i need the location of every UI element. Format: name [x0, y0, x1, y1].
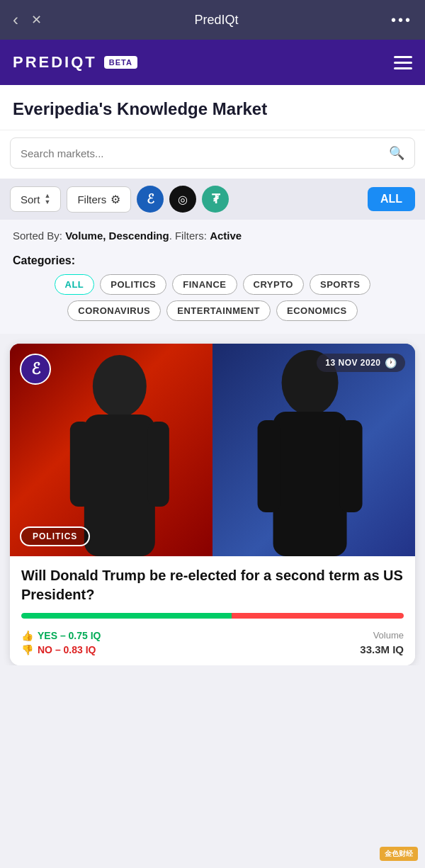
progress-bar-container [21, 613, 404, 619]
filter-icon-black[interactable]: ◎ [169, 186, 196, 213]
svg-rect-6 [257, 420, 280, 512]
card-date-badge: 13 NOV 2020 🕐 [317, 354, 405, 372]
back-button[interactable]: ‹ [13, 10, 18, 30]
volume-value: 33.3M IQ [360, 643, 404, 655]
sorted-by-prefix: Sorted By: [13, 230, 65, 242]
logo-container: PREDIQT BETA [13, 53, 137, 72]
category-coronavirus[interactable]: CORONAVIRUS [67, 300, 161, 321]
category-finance[interactable]: FINANCE [172, 274, 237, 295]
thumbs-up-icon: 👍 [21, 630, 33, 641]
teal-token-icon: ₮ [212, 191, 220, 207]
no-stat: 👎 NO – 0.83 IQ [21, 644, 101, 655]
sorted-by-section: Sorted By: Volume, Descending. Filters: … [0, 220, 425, 247]
browser-nav: ‹ ✕ [13, 10, 42, 30]
card-stats: 👍 YES – 0.75 IQ 👎 NO – 0.83 IQ Volume 33… [21, 630, 404, 665]
app-header: PREDIQT BETA [0, 40, 425, 85]
filters-label: Filters [77, 193, 106, 205]
card-date: 13 NOV 2020 [325, 358, 380, 368]
card-image: ℰ 13 NOV 2020 🕐 POLITICS [10, 344, 415, 556]
category-sports[interactable]: SPORTS [310, 274, 370, 295]
sort-button[interactable]: Sort ▲▼ [10, 186, 61, 212]
yes-value: YES – 0.75 IQ [38, 630, 101, 641]
card-section: ℰ 13 NOV 2020 🕐 POLITICS Will Donald Tru… [0, 334, 425, 665]
market-card[interactable]: ℰ 13 NOV 2020 🕐 POLITICS Will Donald Tru… [10, 344, 415, 665]
svg-rect-7 [339, 420, 362, 512]
hamburger-menu[interactable] [394, 56, 412, 69]
browser-bar: ‹ ✕ PredIQt ••• [0, 0, 425, 40]
blue-token-icon: ℰ [147, 191, 154, 207]
filter-bar: Sort ▲▼ Filters ⚙ ℰ ◎ ₮ ALL [0, 179, 425, 220]
progress-bar-fill [21, 613, 404, 619]
category-entertainment[interactable]: ENTERTAINMENT [166, 300, 271, 321]
volume-label: Volume [360, 630, 404, 641]
categories-section: Categories: ALL POLITICS FINANCE CRYPTO … [0, 247, 425, 334]
svg-rect-2 [69, 422, 91, 507]
filter-icon-blue[interactable]: ℰ [137, 186, 164, 213]
clock-icon: 🕐 [385, 357, 397, 368]
category-crypto[interactable]: CRYPTO [243, 274, 304, 295]
silhouette-trump [217, 344, 403, 556]
yes-stat: 👍 YES – 0.75 IQ [21, 630, 101, 641]
filters-prefix: . Filters: [169, 230, 210, 242]
sort-arrows-icon: ▲▼ [45, 193, 51, 205]
stats-left: 👍 YES – 0.75 IQ 👎 NO – 0.83 IQ [21, 630, 101, 655]
silhouette-biden [30, 344, 209, 556]
category-politics[interactable]: POLITICS [100, 274, 166, 295]
svg-rect-3 [147, 422, 169, 507]
browser-menu[interactable]: ••• [391, 12, 412, 28]
filters-value: Active [210, 230, 242, 242]
filters-icon: ⚙ [110, 193, 120, 206]
category-all[interactable]: ALL [55, 274, 95, 295]
card-question: Will Donald Trump be re-elected for a se… [21, 566, 404, 604]
sort-label: Sort [21, 193, 40, 205]
search-input[interactable] [21, 147, 389, 159]
page-title-section: Everipedia's Knowledge Market [0, 85, 425, 130]
sorted-by-value: Volume, Descending [65, 230, 169, 242]
svg-point-0 [92, 355, 146, 417]
beta-badge: BETA [104, 56, 137, 69]
search-box: 🔍 [10, 137, 415, 169]
no-value: NO – 0.83 IQ [38, 644, 96, 655]
category-economics[interactable]: ECONOMICS [276, 300, 358, 321]
page-title: Everipedia's Knowledge Market [13, 98, 412, 120]
search-section: 🔍 [0, 130, 425, 179]
categories-row: ALL POLITICS FINANCE CRYPTO SPORTS CORON… [13, 274, 412, 321]
card-category-badge: POLITICS [20, 526, 90, 546]
browser-title: PredIQt [194, 13, 238, 28]
svg-rect-5 [273, 412, 346, 556]
thumbs-down-icon: 👎 [21, 644, 33, 655]
sorted-by-text: Sorted By: Volume, Descending. Filters: … [13, 230, 412, 242]
close-button[interactable]: ✕ [31, 12, 42, 28]
black-token-icon: ◎ [178, 193, 188, 206]
filter-icon-teal[interactable]: ₮ [202, 186, 229, 213]
card-content: Will Donald Trump be re-elected for a se… [10, 556, 415, 665]
app-logo: PREDIQT [13, 53, 97, 72]
filters-button[interactable]: Filters ⚙ [67, 186, 131, 213]
stats-right: Volume 33.3M IQ [360, 630, 404, 655]
card-logo-badge: ℰ [20, 354, 51, 385]
svg-rect-1 [84, 415, 154, 556]
search-icon: 🔍 [389, 145, 404, 161]
all-button[interactable]: ALL [368, 187, 415, 211]
categories-label: Categories: [13, 254, 75, 267]
